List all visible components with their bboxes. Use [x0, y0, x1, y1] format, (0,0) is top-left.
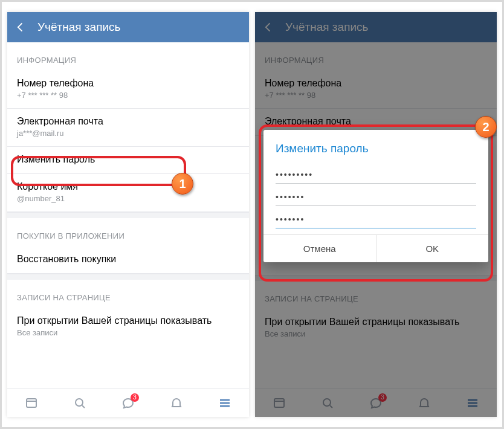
item-restore-purchases-title: Восстановить покупки: [17, 254, 239, 265]
svg-point-1: [76, 399, 83, 406]
item-wall-option-title: При открытии Вашей страницы показывать: [17, 315, 239, 326]
bottom-nav: 3: [7, 388, 249, 417]
item-change-password[interactable]: Изменить пароль: [7, 147, 249, 174]
nav-feed-icon[interactable]: [19, 391, 44, 415]
header-title: Учётная запись: [37, 21, 120, 34]
item-phone[interactable]: Номер телефона +7 *** *** ** 98: [7, 71, 249, 109]
nav-search-icon[interactable]: [68, 391, 92, 415]
section-wall-label: ЗАПИСИ НА СТРАНИЦЕ: [7, 280, 249, 308]
settings-content: ИНФОРМАЦИЯ Номер телефона +7 *** *** ** …: [7, 42, 249, 388]
dialog-title: Изменить пароль: [263, 130, 488, 161]
nav-notifications-icon[interactable]: [164, 391, 189, 415]
item-phone-title: Номер телефона: [17, 78, 239, 89]
item-change-password-title: Изменить пароль: [17, 154, 239, 165]
section-info-label: ИНФОРМАЦИЯ: [7, 42, 249, 71]
svg-rect-0: [27, 399, 36, 407]
screen-dialog: Учётная запись ИНФОРМАЦИЯ Номер телефона…: [255, 12, 497, 417]
callout-1: 1: [172, 173, 193, 195]
item-shortname-value: @number_81: [17, 194, 239, 203]
item-restore-purchases[interactable]: Восстановить покупки: [7, 247, 249, 274]
item-phone-value: +7 *** *** ** 98: [17, 91, 239, 100]
callout-2: 2: [475, 116, 497, 138]
new-password-input[interactable]: •••••••: [276, 184, 476, 206]
item-wall-option-value: Все записи: [17, 328, 239, 337]
item-wall-option[interactable]: При открытии Вашей страницы показывать В…: [7, 308, 249, 346]
app-header: Учётная запись: [7, 12, 249, 42]
section-purchases-label: ПОКУПКИ В ПРИЛОЖЕНИИ: [7, 218, 249, 247]
item-email[interactable]: Электронная почта ja***@mail.ru: [7, 109, 249, 147]
change-password-dialog: Изменить пароль ••••••••• ••••••• ••••••…: [263, 130, 488, 262]
current-password-input[interactable]: •••••••••: [276, 161, 476, 184]
nav-messages-icon[interactable]: 3: [116, 391, 140, 415]
ok-button[interactable]: OK: [376, 235, 489, 262]
item-shortname-title: Короткое имя: [17, 181, 239, 192]
divider: [7, 274, 249, 280]
back-arrow-icon[interactable]: [15, 21, 27, 33]
item-email-value: ja***@mail.ru: [17, 129, 239, 138]
item-email-title: Электронная почта: [17, 116, 239, 127]
divider: [7, 212, 249, 218]
nav-messages-badge: 3: [131, 393, 139, 402]
item-shortname[interactable]: Короткое имя @number_81: [7, 174, 249, 212]
screen-settings: Учётная запись ИНФОРМАЦИЯ Номер телефона…: [7, 12, 249, 417]
nav-menu-icon[interactable]: [213, 391, 237, 415]
cancel-button[interactable]: Отмена: [263, 235, 376, 262]
repeat-password-input[interactable]: •••••••: [276, 206, 476, 228]
